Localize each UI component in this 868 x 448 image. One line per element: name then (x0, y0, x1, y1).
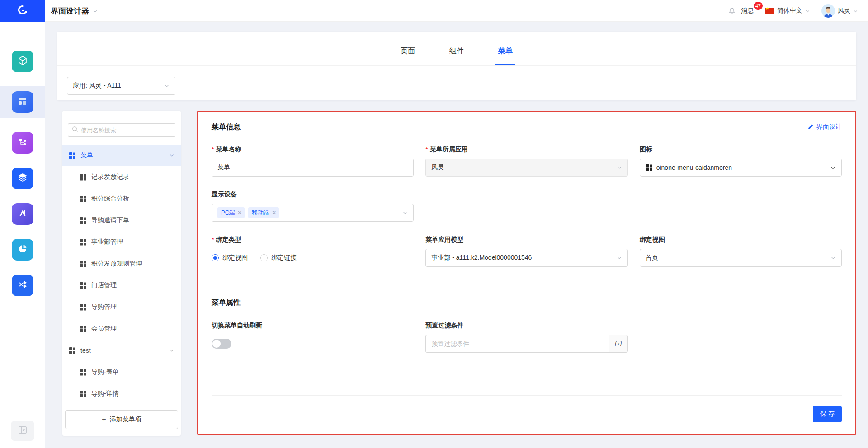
tabs-card: 页面 组件 菜单 应用: 风灵 - A111 (57, 32, 856, 100)
section-divider (212, 286, 842, 286)
app-filter-value: 应用: 风灵 - A111 (73, 82, 121, 90)
app-filter-select[interactable]: 应用: 风灵 - A111 (67, 77, 175, 95)
toggle-knob (212, 340, 221, 348)
menu-grid-icon (80, 282, 87, 289)
tree-item-caidan[interactable]: 菜单 (62, 145, 181, 166)
chevron-down-icon (830, 255, 836, 261)
menu-grid-icon (69, 152, 76, 159)
tree-item-daogou-xiangqing[interactable]: 导购-详情 (62, 383, 181, 405)
add-menu-item-button[interactable]: + 添加菜单项 (65, 410, 178, 429)
tree-item-label: 导购邀请下单 (91, 216, 129, 224)
field-menu-model: 菜单应用模型 事业部 - a111.k2.Model0000001546 (425, 235, 627, 267)
required-mark: * (212, 236, 214, 243)
language-selector[interactable]: ★ 简体中文 (765, 7, 810, 15)
field-bind-type: *绑定类型 绑定视图 绑定链接 (212, 235, 414, 267)
sidebar-item-ui-designer[interactable] (12, 91, 33, 113)
page-title: 界面设计器 (51, 6, 89, 16)
bind-view-select[interactable]: 首页 (640, 249, 842, 267)
auto-refresh-toggle[interactable] (212, 339, 231, 349)
bell-icon[interactable] (728, 7, 736, 14)
topbar-divider (816, 7, 816, 15)
messages-button[interactable]: 消息 47 (741, 7, 754, 15)
panel-title: 菜单信息 (212, 122, 241, 132)
user-menu[interactable]: 风灵 (821, 4, 858, 18)
menu-grid-icon (80, 217, 87, 224)
app-logo[interactable] (0, 0, 45, 22)
radio-dot (260, 254, 268, 261)
tree-item-label: 记录发放记录 (91, 173, 129, 181)
sidebar-item-workflow-designer[interactable] (12, 132, 33, 154)
sidebar-item-model-designer[interactable] (12, 51, 33, 72)
display-device-multiselect[interactable]: PC端 ✕ 移动端 ✕ (212, 204, 414, 222)
chevron-down-icon[interactable] (169, 153, 175, 158)
menu-app-select[interactable]: 风灵 (425, 159, 627, 177)
sidebar-item-chart-designer[interactable] (12, 239, 33, 261)
sidebar-selected-highlight (0, 86, 45, 118)
sidebar-item-ai-designer[interactable] (12, 203, 33, 225)
sidebar-item-data-designer[interactable] (12, 168, 33, 189)
menu-model-select[interactable]: 事业部 - a111.k2.Model0000001546 (425, 249, 627, 267)
menu-tree-panel: 菜单 记录发放记录 积分综合分析 导购邀请下单 事业部管理 积分发放规则管理 门… (62, 111, 181, 436)
tree-item-label: 事业部管理 (91, 238, 123, 246)
tree-item-jifenzonghefenxi[interactable]: 积分综合分析 (62, 188, 181, 210)
tree-item-daogou-biaodan[interactable]: 导购-表单 (62, 361, 181, 383)
required-mark: * (425, 146, 428, 153)
sidebar-collapse-button[interactable] (11, 421, 34, 441)
radio-dot (212, 254, 219, 261)
logo-icon (17, 4, 28, 18)
tab-components[interactable]: 组件 (447, 47, 467, 65)
field-preset-filter: 预置过滤条件 {x} (425, 321, 627, 353)
pencil-icon (807, 124, 814, 130)
radio-bind-view[interactable]: 绑定视图 (212, 254, 248, 262)
search-input[interactable] (81, 127, 171, 134)
ui-design-link[interactable]: 界面设计 (807, 123, 842, 131)
chevron-down-icon[interactable] (169, 348, 175, 353)
radio-bind-link[interactable]: 绑定链接 (260, 254, 297, 262)
save-button[interactable]: 保 存 (813, 406, 842, 422)
menu-name-input[interactable] (217, 164, 408, 171)
tab-pages[interactable]: 页面 (398, 47, 418, 65)
messages-label: 消息 (741, 7, 754, 15)
chevron-down-icon (617, 255, 622, 261)
flow-tree-icon (17, 136, 28, 149)
layout-icon (17, 96, 28, 108)
menu-grid-icon (80, 369, 87, 376)
plus-icon: + (102, 415, 106, 424)
add-menu-item-label: 添加菜单项 (110, 415, 142, 424)
tree-item-shiyebuguanli[interactable]: 事业部管理 (62, 231, 181, 253)
tree-item-daogouyaoqingxiadan[interactable]: 导购邀请下单 (62, 210, 181, 231)
tree-item-label: 导购-详情 (91, 390, 119, 398)
tree-item-label: 导购-表单 (91, 368, 119, 376)
preset-filter-input[interactable] (431, 340, 603, 347)
tag-pc: PC端 ✕ (217, 207, 245, 218)
pie-chart-icon (17, 243, 28, 256)
tree-item-jilufafangjilu[interactable]: 记录发放记录 (62, 166, 181, 188)
field-menu-name: *菜单名称 (212, 145, 414, 177)
tag-remove-icon[interactable]: ✕ (237, 210, 242, 216)
tag-mobile: 移动端 ✕ (248, 207, 279, 218)
tab-menus[interactable]: 菜单 (495, 47, 515, 65)
tree-item-jifenfafangguize[interactable]: 积分发放规则管理 (62, 253, 181, 275)
search-icon (72, 126, 78, 134)
tree-item-mendianguanli[interactable]: 门店管理 (62, 275, 181, 296)
tag-remove-icon[interactable]: ✕ (272, 210, 276, 216)
tree-item-label: test (80, 347, 91, 354)
tree-item-daogouguanli[interactable]: 导购管理 (62, 296, 181, 318)
sidebar-item-integration-designer[interactable] (12, 275, 33, 296)
menu-search-box (68, 123, 175, 137)
messages-count-badge: 47 (754, 2, 763, 10)
language-label: 简体中文 (777, 7, 802, 15)
menu-grid-icon (80, 260, 87, 267)
chevron-down-icon (830, 165, 836, 171)
menu-grid-icon (80, 325, 87, 332)
menu-grid-icon (80, 390, 87, 397)
cube-icon (17, 55, 28, 68)
field-auto-refresh: 切换菜单自动刷新 (212, 321, 414, 353)
icon-select[interactable]: oinone-menu-caidanmoren (640, 159, 842, 177)
menu-grid-icon (80, 173, 87, 181)
tree-item-test[interactable]: test (62, 340, 181, 361)
expression-button[interactable]: {x} (609, 335, 628, 353)
tree-item-huiyuanguanli[interactable]: 会员管理 (62, 318, 181, 340)
tree-item-label: 导购管理 (91, 303, 117, 311)
title-chevron-down-icon[interactable] (93, 9, 98, 14)
